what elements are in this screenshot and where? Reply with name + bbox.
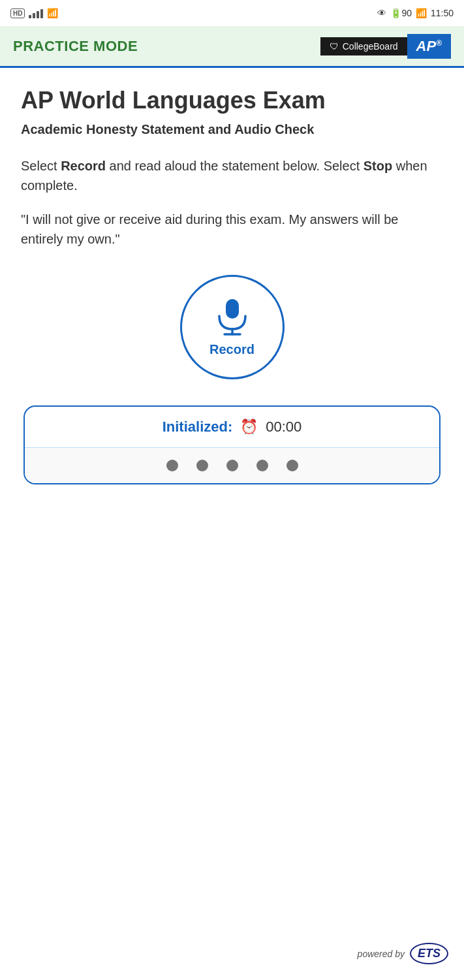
eye-icon: 👁 xyxy=(377,8,386,18)
record-label: Record xyxy=(209,342,255,357)
ets-oval: ETS xyxy=(410,943,448,964)
svg-rect-0 xyxy=(226,299,239,319)
instruction-part2: and read aloud the statement below. Sele… xyxy=(106,159,363,173)
ets-text: ETS xyxy=(418,947,441,960)
instruction-part1: Select xyxy=(21,159,61,173)
signal-icon: 📶 xyxy=(416,8,427,18)
status-box: Initialized: ⏰ 00:00 xyxy=(23,405,441,484)
hd-badge: HD xyxy=(10,8,25,18)
status-dot-1 xyxy=(166,460,178,471)
timer-display: 00:00 xyxy=(266,419,302,435)
status-dot-5 xyxy=(286,460,298,471)
time-display: 11:50 xyxy=(431,8,454,18)
signal-bar-2 xyxy=(33,13,35,18)
shield-icon: 🛡 xyxy=(330,41,339,52)
record-bold: Record xyxy=(61,159,106,173)
status-bar: HD 📶 👁 🔋90 📶 11:50 xyxy=(0,0,464,26)
header-right: 🛡 CollegeBoard AP® xyxy=(320,34,451,59)
status-dot-2 xyxy=(196,460,208,471)
signal-bar-3 xyxy=(37,11,39,18)
wifi-icon: 📶 xyxy=(47,8,58,18)
powered-by-text: powered by xyxy=(358,949,405,959)
record-area: Record xyxy=(21,275,443,379)
record-button[interactable]: Record xyxy=(180,275,285,379)
footer: powered by ETS xyxy=(358,943,448,964)
status-left: HD 📶 xyxy=(10,8,58,18)
practice-mode-label: PRACTICE MODE xyxy=(13,38,138,55)
battery-indicator: 🔋90 xyxy=(390,8,412,18)
status-dot-4 xyxy=(256,460,268,471)
initialized-label: Initialized: xyxy=(162,419,233,435)
signal-bars xyxy=(29,8,43,18)
ap-badge: AP® xyxy=(407,34,451,59)
honesty-statement: "I will not give or receive aid during t… xyxy=(21,210,443,249)
status-dot-3 xyxy=(226,460,238,471)
main-content: AP World Languages Exam Academic Honesty… xyxy=(0,68,464,484)
ets-logo: ETS xyxy=(410,943,448,964)
collegeboard-box: 🛡 CollegeBoard xyxy=(320,37,407,55)
exam-title: AP World Languages Exam xyxy=(21,86,443,114)
collegeboard-label: CollegeBoard xyxy=(343,41,398,52)
status-dots xyxy=(25,448,439,483)
signal-bar-4 xyxy=(40,9,43,18)
clock-icon: ⏰ xyxy=(240,419,258,435)
microphone-icon xyxy=(214,298,251,337)
stop-bold: Stop xyxy=(363,159,392,173)
exam-subtitle: Academic Honesty Statement and Audio Che… xyxy=(21,121,443,138)
status-right: 👁 🔋90 📶 11:50 xyxy=(377,8,454,18)
header-bar: PRACTICE MODE 🛡 CollegeBoard AP® xyxy=(0,26,464,68)
status-top: Initialized: ⏰ 00:00 xyxy=(25,407,439,448)
instruction-text: Select Record and read aloud the stateme… xyxy=(21,156,443,195)
signal-bar-1 xyxy=(29,15,31,18)
